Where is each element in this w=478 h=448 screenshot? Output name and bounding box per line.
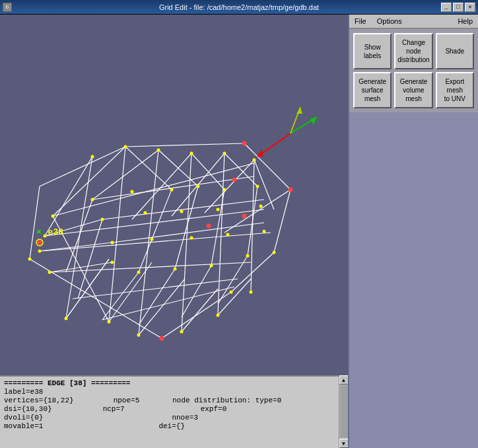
svg-point-75 <box>38 250 42 253</box>
svg-point-103 <box>289 188 293 192</box>
svg-point-83 <box>137 271 141 274</box>
svg-point-86 <box>246 254 250 258</box>
close-button[interactable]: ✕ <box>465 3 475 12</box>
svg-point-59 <box>190 152 193 155</box>
svg-point-93 <box>273 251 276 254</box>
svg-point-78 <box>190 237 193 240</box>
status-separator: ========= EDGE [38] ========= <box>4 379 344 387</box>
svg-point-73 <box>217 208 220 211</box>
scrollbar[interactable]: ▲ ▼ <box>339 375 348 448</box>
svg-point-77 <box>151 238 154 241</box>
dvoli-value: dvoli={0} <box>4 414 43 422</box>
svg-point-61 <box>253 159 256 162</box>
app-icon: G <box>3 3 12 12</box>
svg-point-87 <box>65 317 68 320</box>
svg-point-84 <box>174 268 177 271</box>
svg-point-72 <box>180 210 184 213</box>
svg-point-91 <box>217 314 220 317</box>
titlebar-left: G <box>3 3 12 12</box>
svg-point-65 <box>170 188 174 192</box>
export-mesh-unv-button[interactable]: Exportmeshto UNV <box>436 72 474 108</box>
dei-value: dei={} <box>158 422 185 430</box>
right-panel: File Options Help Showlabels Changenoded… <box>348 15 478 448</box>
svg-point-99 <box>242 141 247 146</box>
svg-point-58 <box>157 149 160 152</box>
svg-point-102 <box>232 178 237 182</box>
svg-point-67 <box>223 188 226 192</box>
edge-label: × e38 <box>36 227 63 237</box>
svg-point-56 <box>91 155 94 159</box>
movable-value: movable=1 <box>4 422 43 430</box>
npoe-value: npoe=5 <box>114 396 140 404</box>
svg-point-104 <box>38 241 42 245</box>
generate-volume-mesh-button[interactable]: Generatevolumemesh <box>394 72 432 108</box>
window-title: Grid Edit - file: /cad/home2/matjaz/tmp/… <box>0 3 478 11</box>
status-line-1: label=e38 <box>4 388 344 396</box>
svg-point-88 <box>108 320 111 324</box>
svg-point-80 <box>263 230 266 233</box>
status-bar: ========= EDGE [38] ========= label=e38 … <box>0 375 348 448</box>
ncp-value: ncp=7 <box>103 405 125 413</box>
generate-surface-mesh-button[interactable]: Generatesurfacemesh <box>353 72 392 108</box>
menu-file[interactable]: File <box>352 17 369 25</box>
label-x-marker: × <box>36 227 42 237</box>
shade-button[interactable]: Shade <box>436 33 474 69</box>
svg-point-105 <box>160 336 164 341</box>
node-dist-value: node distribution: type=0 <box>172 396 281 404</box>
scroll-thumb[interactable] <box>340 385 348 438</box>
svg-rect-0 <box>0 15 348 375</box>
svg-point-64 <box>131 190 134 194</box>
status-line-5: movable=1 dei={} <box>4 422 344 430</box>
titlebar: G Grid Edit - file: /cad/home2/matjaz/tm… <box>0 0 478 15</box>
svg-point-63 <box>91 198 94 202</box>
viewport: × e38 ========= EDGE [38] ========= labe… <box>0 15 348 448</box>
menu-bar: File Options Help <box>349 15 478 29</box>
menu-options[interactable]: Options <box>374 17 405 25</box>
svg-point-68 <box>256 185 259 188</box>
menu-help[interactable]: Help <box>455 17 475 25</box>
svg-point-76 <box>111 241 114 244</box>
svg-point-79 <box>226 233 230 237</box>
scroll-up-button[interactable]: ▲ <box>339 375 349 385</box>
show-labels-button[interactable]: Showlabels <box>353 33 392 69</box>
svg-point-62 <box>51 215 55 218</box>
nnoe-value: nnoe=3 <box>172 414 198 422</box>
main-area: × e38 ========= EDGE [38] ========= labe… <box>0 15 478 448</box>
window-controls: _ □ ✕ <box>441 3 475 12</box>
label-value: label=e38 <box>4 388 43 396</box>
change-node-dist-button[interactable]: Changenodedistribution <box>394 33 432 69</box>
expf-value: expf=0 <box>201 405 227 413</box>
svg-point-101 <box>242 214 247 219</box>
vertices-value: vertices={18,22} <box>4 396 74 404</box>
scroll-down-button[interactable]: ▼ <box>339 439 349 448</box>
button-grid: Showlabels Changenodedistribution Shade … <box>349 29 478 112</box>
svg-point-98 <box>230 291 233 294</box>
maximize-button[interactable]: □ <box>453 3 463 12</box>
svg-point-90 <box>180 330 184 334</box>
label-text: e38 <box>43 227 63 237</box>
svg-point-100 <box>207 224 211 229</box>
status-line-2: vertices={18,22} npoe=5 node distributio… <box>4 396 344 404</box>
svg-point-89 <box>137 334 141 337</box>
svg-point-92 <box>250 291 253 294</box>
dsi-value: dsi={10,30} <box>4 405 52 413</box>
svg-point-94 <box>28 258 32 261</box>
svg-point-74 <box>259 205 263 208</box>
svg-point-57 <box>124 145 127 149</box>
svg-point-66 <box>197 185 200 188</box>
mesh-canvas <box>0 15 348 375</box>
svg-point-70 <box>101 218 104 221</box>
svg-point-81 <box>48 271 51 274</box>
minimize-button[interactable]: _ <box>441 3 452 12</box>
svg-point-82 <box>111 261 114 264</box>
status-line-4: dvoli={0} nnoe=3 <box>4 414 344 422</box>
status-line-3: dsi={10,30} ncp=7 expf=0 <box>4 405 344 413</box>
svg-point-60 <box>223 152 226 155</box>
svg-point-71 <box>144 211 147 215</box>
svg-point-85 <box>210 264 213 268</box>
